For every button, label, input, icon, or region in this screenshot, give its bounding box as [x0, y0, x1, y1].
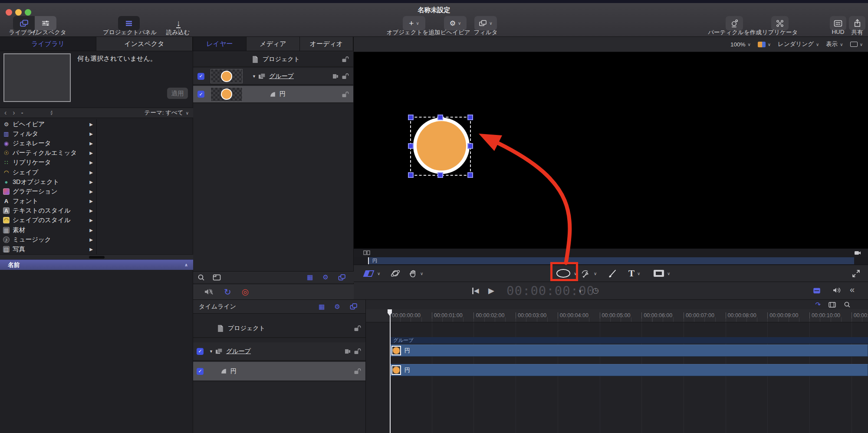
close-window-button[interactable] [6, 9, 12, 16]
scrollbar-handle[interactable] [89, 256, 105, 259]
paint-stroke-tool[interactable] [608, 265, 618, 282]
transform-tool[interactable]: ∨ [362, 265, 380, 282]
library-category-row[interactable]: ⚙ ビヘイビア ▶ [0, 119, 96, 129]
layers-circle-row[interactable]: ✓ 円 [193, 86, 353, 103]
category-expand-arrow-icon[interactable]: ▶ [89, 131, 93, 136]
rectangle-mask-tool[interactable]: ∨ [653, 265, 670, 282]
library-category-row[interactable]: A フォント ▶ [0, 197, 96, 206]
library-category-row[interactable]: ◠ シェイプのスタイル ▶ [0, 216, 96, 225]
isolate-icon[interactable] [332, 73, 339, 79]
timeline-group-row[interactable]: ✓ ▼ グループ [193, 342, 365, 361]
filter-view-icon[interactable] [213, 274, 221, 281]
layers-project-row[interactable]: プロジェクト [193, 52, 353, 67]
lock-open-icon[interactable] [342, 91, 349, 98]
audio-meter-icon[interactable] [832, 287, 841, 294]
library-category-row[interactable]: ▧ 写真 ▶ [0, 244, 96, 254]
category-expand-arrow-icon[interactable]: ▶ [89, 237, 93, 242]
group-visibility-checkbox[interactable]: ✓ [197, 73, 204, 80]
duration-stopwatch-icon[interactable]: ◷ [592, 286, 599, 295]
circle-visibility-checkbox[interactable]: ✓ [197, 368, 204, 375]
disclosure-triangle-icon[interactable]: ▼ [252, 74, 256, 79]
show-behaviors-icon[interactable]: ⚙ [335, 303, 340, 311]
minimize-window-button[interactable] [15, 9, 22, 16]
selection-handle[interactable] [467, 143, 473, 149]
theme-filter-dropdown[interactable]: テーマ: すべて ∨ [145, 109, 189, 117]
playhead-line[interactable] [390, 309, 391, 433]
film-frames-icon[interactable] [363, 250, 370, 256]
collapse-transport-icon[interactable]: « [850, 285, 855, 295]
loop-playback-icon[interactable]: ↻ [224, 289, 231, 295]
show-timeline-icon[interactable] [813, 288, 821, 294]
circle-visibility-checkbox[interactable]: ✓ [197, 91, 204, 98]
selection-handle[interactable] [437, 115, 443, 120]
track-bar-circle-2[interactable]: 円 [390, 364, 868, 376]
timeline-circle-row[interactable]: ✓ 円 [193, 362, 365, 381]
orbit-tool[interactable] [390, 265, 401, 282]
show-filters-icon[interactable] [338, 274, 346, 281]
selection-bounding-box[interactable] [410, 117, 471, 176]
library-category-row[interactable]: A テキストのスタイル ▶ [0, 206, 96, 216]
selection-handle[interactable] [408, 115, 414, 120]
library-category-row[interactable]: ♪ ミュージック ▶ [0, 235, 96, 244]
layout-dropdown[interactable]: ∨ [850, 42, 863, 47]
zoom-window-button[interactable] [25, 9, 31, 16]
tab-library[interactable]: ライブラリ [0, 37, 96, 51]
selection-handle[interactable] [437, 172, 443, 178]
show-behaviors-icon[interactable]: ⚙ [323, 273, 329, 281]
category-expand-arrow-icon[interactable]: ▶ [89, 141, 93, 146]
group-visibility-checkbox[interactable]: ✓ [197, 348, 204, 355]
show-filters-icon[interactable] [350, 303, 358, 310]
selection-handle[interactable] [467, 172, 473, 178]
category-expand-arrow-icon[interactable]: ▶ [89, 151, 93, 155]
group-row-label[interactable]: グループ [226, 348, 251, 355]
disclosure-triangle-icon[interactable]: ▼ [209, 349, 213, 354]
category-expand-arrow-icon[interactable]: ▶ [89, 122, 93, 127]
stepper-control[interactable]: ∧∨ [50, 111, 53, 115]
library-category-row[interactable]: ◠ シェイプ ▶ [0, 167, 96, 177]
library-category-row[interactable]: グラデーション ▶ [0, 187, 96, 196]
library-category-row[interactable]: ◉ ジェネレータ ▶ [0, 138, 96, 148]
tab-inspector[interactable]: インスペクタ [96, 37, 193, 51]
search-icon[interactable] [197, 274, 205, 281]
pan-tool[interactable]: ∨ [409, 265, 423, 282]
selection-handle[interactable] [408, 172, 414, 178]
tab-layers[interactable]: レイヤー [193, 37, 247, 51]
library-category-row[interactable]: ● 3Dオブジェクト ▶ [0, 177, 96, 187]
category-expand-arrow-icon[interactable]: ▶ [89, 160, 93, 165]
go-to-start-button[interactable]: ◀ [472, 287, 479, 295]
isolate-icon[interactable] [344, 348, 351, 354]
lock-open-icon[interactable] [342, 73, 349, 79]
category-expand-arrow-icon[interactable]: ▶ [89, 199, 93, 203]
canvas-viewport[interactable] [354, 52, 868, 249]
record-icon[interactable]: ◎ [242, 289, 249, 295]
library-scrollbar[interactable] [0, 254, 193, 259]
selection-handle[interactable] [408, 143, 414, 149]
category-expand-arrow-icon[interactable]: ▶ [89, 208, 93, 213]
timeline-zoom-icon[interactable] [844, 301, 851, 308]
apply-button[interactable]: 適用 [167, 88, 188, 99]
library-category-row[interactable]: ∷ リプリケータ ▶ [0, 158, 96, 167]
camera-icon[interactable] [854, 250, 861, 256]
view-dropdown[interactable]: 表示 ∨ [826, 40, 843, 48]
category-expand-arrow-icon[interactable]: ▶ [89, 180, 93, 184]
category-expand-arrow-icon[interactable]: ▶ [89, 170, 93, 175]
library-category-row[interactable]: ☉ パーティクルエミッタ ▶ [0, 148, 96, 158]
category-expand-arrow-icon[interactable]: ▶ [89, 218, 93, 223]
lock-open-icon[interactable] [354, 325, 361, 331]
show-masters-icon[interactable]: ▦ [307, 273, 313, 281]
library-category-row[interactable]: ▦ 素材 ▶ [0, 225, 96, 235]
play-button[interactable]: ▶ [488, 286, 494, 295]
library-category-row[interactable]: ▥ フィルタ ▶ [0, 129, 96, 138]
lock-open-icon[interactable] [354, 368, 361, 374]
layers-group-row[interactable]: ✓ ▼ グループ [193, 68, 353, 85]
tab-audio[interactable]: オーディオ [300, 37, 353, 51]
nav-back-button[interactable]: ‹ [4, 109, 7, 117]
lock-open-icon[interactable] [354, 348, 361, 354]
show-masters-icon[interactable]: ▦ [319, 303, 325, 311]
timeline-ruler[interactable]: 00:00:00:0000:00:01:0000:00:02:0000:00:0… [366, 309, 868, 322]
snapping-icon[interactable]: ↷ [815, 301, 821, 308]
group-track-bar[interactable]: グループ [390, 337, 868, 344]
category-expand-arrow-icon[interactable]: ▶ [89, 189, 93, 194]
nav-forward-button[interactable]: › [13, 109, 15, 117]
timeline-project-row[interactable]: プロジェクト [193, 319, 365, 338]
